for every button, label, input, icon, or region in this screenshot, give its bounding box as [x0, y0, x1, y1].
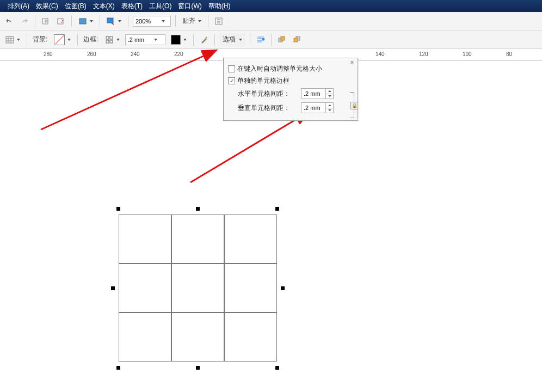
selection-handle-tl[interactable]	[116, 207, 120, 211]
options-label: 选项	[223, 35, 236, 44]
table-cell[interactable]	[171, 264, 224, 313]
outline-pen-icon[interactable]	[198, 34, 210, 46]
lock-icon[interactable]: 🔒	[350, 102, 358, 109]
separator	[100, 15, 100, 27]
to-back-icon[interactable]	[291, 34, 303, 46]
auto-resize-checkbox[interactable]	[228, 65, 235, 72]
chevron-down-icon	[17, 39, 20, 41]
spinner-up-icon[interactable]	[325, 89, 333, 94]
separator	[208, 15, 208, 27]
svg-rect-6	[106, 36, 109, 39]
menubar: 排列(A) 效果(C) 位图(B) 文本(X) 表格(T) 工具(O) 窗口(W…	[0, 0, 542, 12]
vertical-gap-spinner[interactable]	[301, 102, 334, 113]
horizontal-gap-spinner[interactable]	[301, 88, 334, 99]
text-wrap-icon[interactable]	[255, 34, 267, 46]
snap-dropdown[interactable]: 贴齐	[180, 15, 204, 27]
menu-effects[interactable]: 效果(C)	[36, 2, 58, 11]
ruler-tick: 140	[375, 51, 385, 57]
selection-handle-tr[interactable]	[275, 207, 279, 211]
options-flyout-button[interactable]: 选项	[219, 33, 245, 46]
export-icon[interactable]	[55, 15, 67, 27]
chevron-down-icon	[183, 39, 187, 41]
menu-help[interactable]: 帮助(H)	[208, 2, 231, 11]
svg-rect-7	[110, 36, 113, 39]
separator	[128, 15, 128, 27]
menu-bitmap[interactable]: 位图(B)	[65, 2, 87, 11]
redo-icon[interactable]	[19, 15, 30, 27]
border-selection-dropdown[interactable]	[103, 34, 122, 46]
vertical-gap-label: 垂直单元格间距：	[238, 103, 298, 113]
chevron-down-icon	[239, 39, 242, 41]
to-front-icon[interactable]	[276, 34, 288, 46]
ruler-tick: 280	[44, 51, 53, 57]
menu-table[interactable]: 表格(T)	[121, 2, 143, 11]
vertical-gap-input[interactable]	[301, 103, 325, 113]
table-layout-dropdown[interactable]	[3, 34, 22, 46]
table-grid[interactable]	[119, 215, 277, 362]
launch-dropdown[interactable]	[104, 15, 124, 27]
snap-label: 贴齐	[182, 16, 195, 26]
zoom-combo[interactable]	[133, 16, 171, 27]
selection-handle-mr[interactable]	[281, 286, 285, 290]
selection-handle-br[interactable]	[275, 366, 279, 370]
ruler-tick: 240	[131, 51, 140, 57]
horizontal-gap-label: 水平单元格间距：	[238, 89, 298, 99]
publish-dropdown[interactable]	[76, 15, 95, 27]
separate-border-checkbox[interactable]	[228, 77, 235, 84]
chevron-down-icon	[116, 39, 120, 41]
separator	[27, 34, 27, 46]
selection-handle-bm[interactable]	[196, 366, 200, 370]
separate-border-label: 单独的单元格边框	[237, 76, 290, 85]
table-object[interactable]	[119, 215, 277, 362]
menu-text[interactable]: 文本(X)	[93, 2, 115, 11]
zoom-input[interactable]	[133, 18, 161, 24]
menu-tools[interactable]: 工具(O)	[149, 2, 171, 11]
svg-rect-10	[262, 38, 264, 40]
spinner-down-icon[interactable]	[325, 94, 333, 99]
selection-handle-tm[interactable]	[196, 207, 200, 211]
table-cell[interactable]	[119, 215, 171, 264]
selection-handle-ml[interactable]	[111, 286, 115, 290]
border-width-input[interactable]	[126, 36, 153, 43]
options-dialog-icon[interactable]	[213, 15, 225, 27]
selection-handle-bl[interactable]	[116, 366, 120, 370]
close-icon[interactable]: ×	[349, 59, 355, 66]
spinner-down-icon[interactable]	[325, 108, 333, 113]
table-cell[interactable]	[119, 264, 171, 313]
svg-rect-12	[281, 36, 285, 40]
separator	[77, 34, 78, 46]
table-cell[interactable]	[224, 264, 277, 313]
table-cell[interactable]	[171, 215, 224, 264]
menu-arrange[interactable]: 排列(A)	[8, 2, 29, 11]
separator	[271, 34, 272, 46]
separator	[71, 15, 72, 27]
background-color-picker[interactable]	[52, 34, 73, 46]
ruler-tick: 220	[174, 51, 183, 57]
svg-rect-5	[6, 36, 14, 43]
undo-icon[interactable]	[3, 15, 15, 27]
svg-rect-2	[79, 19, 86, 24]
border-width-combo[interactable]	[125, 34, 165, 45]
separator	[35, 15, 35, 27]
separator	[250, 34, 250, 46]
table-cell[interactable]	[119, 313, 171, 362]
table-cell[interactable]	[171, 313, 224, 362]
table-cell[interactable]	[224, 215, 277, 264]
separator	[175, 15, 176, 27]
outline-color-picker[interactable]	[169, 34, 189, 46]
svg-rect-14	[294, 38, 298, 42]
chevron-down-icon	[90, 20, 93, 22]
horizontal-gap-input[interactable]	[301, 89, 325, 99]
chevron-down-icon	[198, 20, 201, 22]
border-label: 边框:	[83, 35, 98, 44]
black-swatch-icon	[171, 35, 181, 45]
ruler-tick: 260	[87, 51, 96, 57]
spinner-up-icon[interactable]	[325, 103, 333, 108]
table-cell[interactable]	[224, 313, 277, 362]
import-icon[interactable]	[40, 15, 52, 27]
property-bar: 背景: 边框: 选项	[0, 30, 542, 49]
chevron-down-icon	[154, 39, 157, 41]
menu-window[interactable]: 窗口(W)	[178, 2, 201, 11]
separator	[193, 34, 194, 46]
options-flyout-panel: × 在键入时自动调整单元格大小 单独的单元格边框 水平单元格间距： 垂直单元格间…	[223, 58, 358, 121]
